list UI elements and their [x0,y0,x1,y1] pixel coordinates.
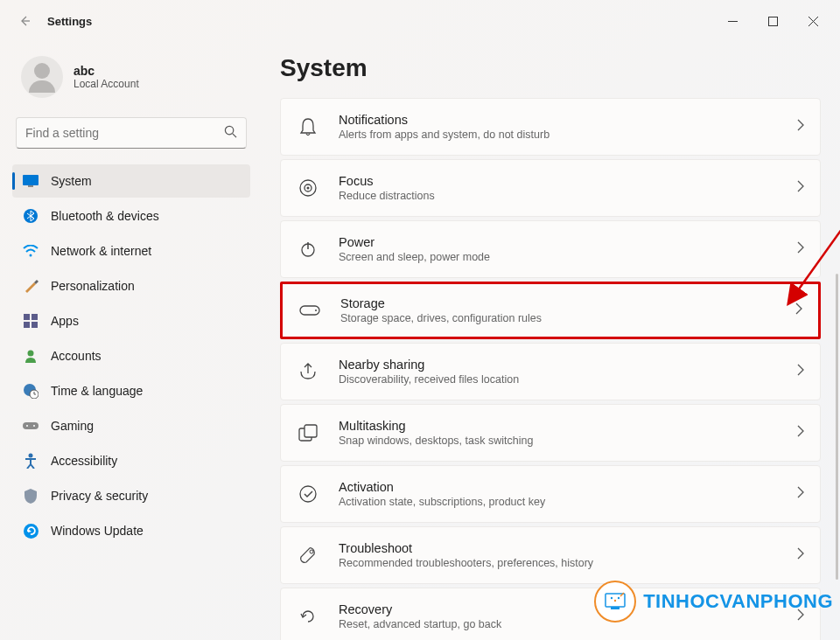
close-button[interactable] [793,7,833,35]
recovery-icon [297,608,319,625]
settings-card-list: NotificationsAlerts from apps and system… [280,98,821,640]
card-multitasking[interactable]: MultitaskingSnap windows, desktops, task… [280,404,821,462]
bell-icon [297,117,319,136]
svg-rect-9 [32,322,38,328]
card-title: Power [339,235,490,249]
svg-point-20 [307,187,310,190]
drive-icon [298,305,321,316]
sidebar-item-privacy[interactable]: Privacy & security [12,479,250,512]
card-subtitle: Recommended troubleshooters, preferences… [339,557,593,569]
card-subtitle: Reset, advanced startup, go back [339,618,501,630]
chevron-right-icon [797,180,804,196]
sidebar-item-accounts[interactable]: Accounts [12,339,250,372]
card-activation[interactable]: ActivationActivation state, subscription… [280,465,821,523]
card-title: Storage [340,296,542,310]
svg-point-33 [618,597,620,599]
sidebar-item-label: Apps [51,314,79,328]
svg-rect-3 [28,185,33,187]
sidebar-item-label: System [51,174,92,188]
card-title: Activation [339,480,545,494]
svg-point-27 [310,550,313,553]
wrench-icon [297,546,319,564]
watermark-logo-icon [594,581,636,623]
sidebar-item-system[interactable]: System [12,164,250,198]
svg-point-1 [225,126,233,134]
minimize-icon [728,17,738,26]
sidebar-item-label: Windows Update [51,524,144,538]
card-title: Recovery [339,602,501,616]
card-subtitle: Screen and sleep, power mode [339,251,490,263]
multitask-icon [297,424,319,442]
wifi-icon [23,243,38,259]
search-icon [224,125,237,142]
accessibility-icon [23,453,38,469]
card-subtitle: Alerts from apps and system, do not dist… [339,129,550,141]
close-icon [808,17,818,26]
card-title: Troubleshoot [339,541,593,555]
maximize-icon [768,17,778,26]
scrollbar[interactable] [836,274,838,580]
minimize-button[interactable] [712,7,752,35]
svg-rect-30 [611,607,620,609]
card-notifications[interactable]: NotificationsAlerts from apps and system… [280,98,821,156]
card-title: Multitasking [339,419,533,433]
back-arrow-icon [18,14,32,28]
card-power[interactable]: PowerScreen and sleep, power mode [280,220,821,278]
sidebar-item-label: Network & internet [51,244,151,258]
account-block[interactable]: abc Local Account [12,51,250,114]
update-icon [23,523,38,539]
chevron-right-icon [797,364,804,379]
svg-point-10 [28,351,34,357]
maximize-button[interactable] [752,7,793,35]
card-focus[interactable]: FocusReduce distractions [280,159,821,217]
sidebar-item-label: Accessibility [51,454,117,468]
sidebar-item-apps[interactable]: Apps [12,304,250,337]
svg-rect-7 [32,314,38,320]
avatar [21,56,63,98]
svg-rect-13 [23,422,38,429]
focus-icon [297,178,319,198]
card-subtitle: Discoverability, received files location [339,373,519,386]
check-circle-icon [297,485,319,503]
sidebar-item-label: Gaming [51,419,94,433]
sidebar-item-network[interactable]: Network & internet [12,234,250,268]
sidebar-item-update[interactable]: Windows Update [12,514,250,547]
power-icon [297,240,319,258]
svg-point-5 [30,254,32,257]
chevron-right-icon [797,425,804,441]
share-icon [297,363,319,380]
svg-rect-25 [304,425,317,437]
chevron-right-icon [797,486,804,502]
sidebar-item-bluetooth[interactable]: Bluetooth & devices [12,199,250,233]
search-box[interactable] [16,117,247,149]
sidebar-item-label: Privacy & security [51,489,148,503]
svg-point-26 [300,486,316,502]
shield-icon [23,488,38,504]
sidebar-item-time-language[interactable]: Time & language [12,374,250,407]
card-nearby-sharing[interactable]: Nearby sharingDiscoverability, received … [280,343,821,400]
chevron-right-icon [797,547,804,563]
display-icon [23,173,38,189]
person-icon [23,348,38,364]
brush-icon [23,278,38,294]
title-bar: Settings [0,0,840,42]
sidebar: abc Local Account System Bluetooth & dev… [0,42,262,640]
watermark: TINHOCVANPHONG [594,581,833,623]
sidebar-item-personalization[interactable]: Personalization [12,269,250,303]
bluetooth-icon [23,208,38,224]
svg-rect-8 [24,322,30,328]
card-subtitle: Activation state, subscriptions, product… [339,496,545,508]
back-button[interactable] [7,14,42,28]
search-input[interactable] [25,126,224,140]
svg-point-23 [315,310,317,311]
sidebar-item-gaming[interactable]: Gaming [12,409,250,442]
sidebar-item-label: Accounts [51,349,102,363]
card-troubleshoot[interactable]: TroubleshootRecommended troubleshooters,… [280,526,821,584]
account-type: Local Account [74,78,139,90]
svg-point-17 [24,524,38,539]
chevron-right-icon [797,119,804,135]
svg-point-31 [611,597,612,599]
content-area: System NotificationsAlerts from apps and… [262,42,840,640]
sidebar-item-accessibility[interactable]: Accessibility [12,444,250,477]
card-storage[interactable]: StorageStorage space, drives, configurat… [280,282,821,339]
